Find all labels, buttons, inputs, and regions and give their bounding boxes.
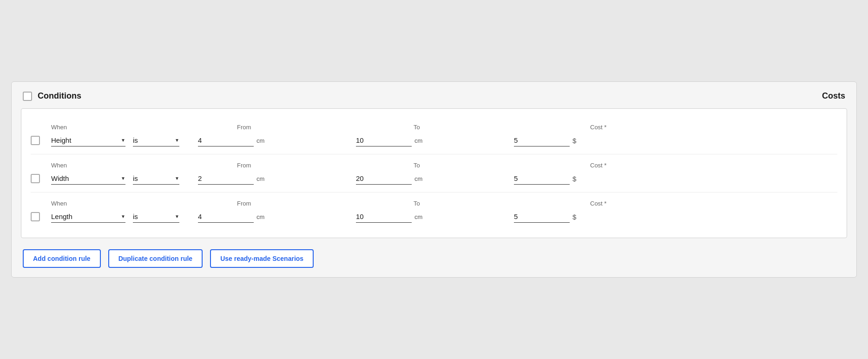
row2-checkbox[interactable] [31, 174, 40, 183]
row2-cost-unit: $ [572, 175, 576, 183]
row2-checkbox-wrap [31, 174, 51, 183]
row2-cost-wrap: $ [514, 173, 672, 185]
footer-buttons: Add condition rule Duplicate condition r… [21, 246, 847, 268]
row3-cost-wrap: $ [514, 211, 672, 223]
row1-operator-select[interactable]: is ▼ [133, 134, 179, 146]
row1-to-input[interactable] [356, 134, 412, 146]
row3-from-label: From [237, 200, 386, 207]
row1-to-wrap: cm [356, 134, 495, 146]
row1-cost-label: Cost * [590, 124, 606, 131]
row1-from-input[interactable] [198, 134, 254, 146]
add-condition-rule-button[interactable]: Add condition rule [23, 249, 101, 268]
row1-checkbox[interactable] [31, 136, 40, 145]
row1-cost-input[interactable] [514, 134, 570, 146]
row1-labels: When From To Cost * [31, 124, 837, 131]
row2-when-label: When [51, 162, 209, 169]
row3-to-wrap: cm [356, 211, 495, 223]
row3-from-unit: cm [256, 213, 264, 220]
row1-to-label: To [414, 124, 562, 131]
row2-operator-value: is [133, 174, 173, 182]
row2-to-label: To [414, 162, 562, 169]
header-left: Conditions [23, 91, 81, 101]
row1-checkbox-wrap [31, 136, 51, 145]
row1-cost-unit: $ [572, 137, 576, 145]
row3-operator-value: is [133, 213, 173, 220]
row2-labels: When From To Cost * [31, 162, 837, 169]
row3-from-input[interactable] [198, 211, 254, 223]
row3-condition-chevron: ▼ [121, 214, 125, 219]
outer-card: Conditions Costs When From To Cost * Hei… [11, 81, 857, 278]
row1-condition-chevron: ▼ [121, 138, 125, 143]
row2-condition-value: Width [51, 174, 119, 182]
use-ready-made-scenarios-button[interactable]: Use ready-made Scenarios [210, 249, 314, 268]
row3-to-input[interactable] [356, 211, 412, 223]
condition-row-3: When From To Cost * Length ▼ is ▼ [31, 193, 837, 230]
row1-operator-chevron: ▼ [175, 138, 179, 143]
row1-inputs: Height ▼ is ▼ cm cm $ [31, 134, 837, 146]
row2-condition-chevron: ▼ [121, 176, 125, 181]
row2-operator-select[interactable]: is ▼ [133, 173, 179, 185]
row3-to-unit: cm [414, 213, 422, 220]
row2-cost-label: Cost * [590, 162, 606, 169]
row1-from-label: From [237, 124, 386, 131]
row2-from-unit: cm [256, 175, 264, 182]
row1-from-wrap: cm [198, 134, 337, 146]
row3-cost-unit: $ [572, 213, 576, 221]
row2-inputs: Width ▼ is ▼ cm cm $ [31, 173, 837, 185]
row2-condition-select[interactable]: Width ▼ [51, 173, 125, 185]
row3-labels: When From To Cost * [31, 200, 837, 207]
row3-cost-label: Cost * [590, 200, 606, 207]
condition-row-1: When From To Cost * Height ▼ is ▼ [31, 116, 837, 154]
row1-condition-value: Height [51, 136, 119, 144]
row2-to-wrap: cm [356, 173, 495, 185]
row3-cost-input[interactable] [514, 211, 570, 223]
row3-from-wrap: cm [198, 211, 337, 223]
row2-to-input[interactable] [356, 173, 412, 185]
row1-when-label: When [51, 124, 209, 131]
row3-inputs: Length ▼ is ▼ cm cm $ [31, 211, 837, 223]
condition-row-2: When From To Cost * Width ▼ is ▼ [31, 154, 837, 193]
row3-checkbox-wrap [31, 212, 51, 221]
costs-title: Costs [822, 91, 845, 101]
row1-condition-select[interactable]: Height ▼ [51, 134, 125, 146]
row3-operator-select[interactable]: is ▼ [133, 211, 179, 223]
row2-operator-chevron: ▼ [175, 176, 179, 181]
row2-from-input[interactable] [198, 173, 254, 185]
row2-to-unit: cm [414, 175, 422, 182]
row3-to-label: To [414, 200, 562, 207]
row1-from-unit: cm [256, 137, 264, 144]
row1-operator-value: is [133, 136, 173, 144]
row1-to-unit: cm [414, 137, 422, 144]
row2-from-wrap: cm [198, 173, 337, 185]
row1-cost-wrap: $ [514, 134, 672, 146]
row3-condition-select[interactable]: Length ▼ [51, 211, 125, 223]
row3-condition-value: Length [51, 213, 119, 220]
conditions-table: When From To Cost * Height ▼ is ▼ [21, 108, 847, 238]
row3-operator-chevron: ▼ [175, 214, 179, 219]
row3-checkbox[interactable] [31, 212, 40, 221]
conditions-title: Conditions [38, 91, 81, 101]
header-row: Conditions Costs [21, 91, 847, 101]
row3-when-label: When [51, 200, 209, 207]
duplicate-condition-rule-button[interactable]: Duplicate condition rule [108, 249, 203, 268]
header-checkbox[interactable] [23, 92, 32, 101]
row2-cost-input[interactable] [514, 173, 570, 185]
row2-from-label: From [237, 162, 386, 169]
